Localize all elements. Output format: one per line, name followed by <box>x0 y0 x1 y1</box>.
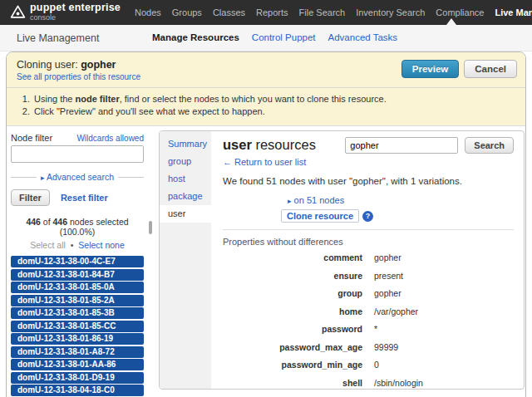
puppet-logo[interactable]: puppet enterprise console <box>10 2 121 22</box>
help-icon[interactable]: ? <box>362 211 373 222</box>
properties-table: commentgopherensurepresentgroupgopherhom… <box>223 252 514 390</box>
node-list-scrollbar[interactable] <box>149 221 152 234</box>
nav-item-label: Compliance <box>436 7 484 17</box>
logo-subtitle: console <box>30 14 121 22</box>
logo-title: puppet enterprise <box>30 2 121 13</box>
property-value: * <box>374 324 377 334</box>
advanced-search-link[interactable]: ▸ Advanced search <box>41 172 114 182</box>
node-list-item[interactable]: domU-12-31-38-01-84-B7 <box>11 269 144 281</box>
select-none-link[interactable]: Select none <box>78 240 124 250</box>
node-list-item[interactable]: domU-12-31-38-01-D9-19 <box>11 372 144 384</box>
property-row: password* <box>223 324 514 342</box>
property-name: shell <box>223 378 374 388</box>
clone-resource-button[interactable]: Clone resource <box>281 209 359 223</box>
sub-navbar: Live Management Manage ResourcesControl … <box>0 25 532 51</box>
nav-item-groups[interactable]: Groups <box>172 7 202 17</box>
nav-item-file-search[interactable]: File Search <box>299 7 346 17</box>
page-title: user resources <box>223 137 316 153</box>
resource-type-tabs: Summarygrouphostpackageuser <box>160 131 211 389</box>
instruction-number: 1. <box>17 93 30 105</box>
search-button[interactable]: Search <box>465 137 514 154</box>
divider-line <box>118 177 144 178</box>
nav-item-label: File Search <box>299 7 346 17</box>
instruction-text: Click "Preview" and you'll see what we e… <box>34 106 265 116</box>
nav-item-label: Reports <box>256 7 288 17</box>
property-value: gopher <box>374 288 401 298</box>
cloning-banner: Cloning user: gopher See all properties … <box>7 52 525 126</box>
tab-summary[interactable]: Summary <box>160 135 211 153</box>
node-filter-label: Node filter <box>11 133 52 143</box>
nav-item-label: Inventory Search <box>356 7 425 17</box>
triangle-right-icon: ▸ <box>41 174 45 182</box>
node-list-item[interactable]: domU-12-31-38-01-A8-72 <box>11 346 144 358</box>
nav-item-inventory-search[interactable]: Inventory Search <box>356 7 425 17</box>
section-title: Live Management <box>17 32 99 44</box>
property-row: ensurepresent <box>223 271 514 289</box>
search-result-summary: We found 51 nodes with user "gopher", wi… <box>223 176 514 186</box>
property-name: password_max_age <box>223 342 374 352</box>
node-list-item[interactable]: domU-12-31-38-01-85-3B <box>11 307 144 319</box>
nav-item-label: Classes <box>213 7 245 17</box>
back-arrow-icon: ← <box>223 157 232 167</box>
subnav-tab-advanced-tasks[interactable]: Advanced Tasks <box>328 32 398 42</box>
nav-item-label: Nodes <box>135 7 161 17</box>
instruction-text-bold: node filter <box>76 94 120 104</box>
node-list-item[interactable]: domU-12-31-38-04-18-C0 <box>11 385 144 396</box>
node-list-item[interactable]: domU-12-31-38-00-4C-E7 <box>11 256 144 267</box>
wildcards-allowed-link[interactable]: Wildcards allowed <box>76 134 144 143</box>
node-filter-sidebar: Node filter Wildcards allowed ▸ Advanced… <box>7 126 155 397</box>
property-row: password_min_age0 <box>223 360 514 378</box>
topnav-items: NodesGroupsClassesReportsFile SearchInve… <box>135 0 532 25</box>
bullet-separator: • <box>71 240 74 250</box>
property-value: /var/gopher <box>374 306 418 316</box>
property-value: gopher <box>374 252 401 262</box>
nav-item-live-management[interactable]: Live Management <box>495 7 532 17</box>
property-name: group <box>223 288 374 298</box>
tab-host[interactable]: host <box>160 170 211 188</box>
top-navbar: puppet enterprise console NodesGroupsCla… <box>0 0 532 25</box>
subnav-tab-control-puppet[interactable]: Control Puppet <box>252 32 316 42</box>
property-name: password_min_age <box>223 360 374 370</box>
nav-item-compliance[interactable]: Compliance <box>436 7 484 17</box>
property-row: groupgopher <box>223 288 514 306</box>
tab-user[interactable]: user <box>160 205 211 223</box>
filter-button[interactable]: Filter <box>11 189 50 206</box>
property-row: password_max_age99999 <box>223 342 514 360</box>
reset-filter-link[interactable]: Reset filter <box>61 193 108 203</box>
nodes-selected-summary: 446 of 446 nodes selected (100.0%) <box>11 217 144 237</box>
node-list-item[interactable]: domU-12-31-38-01-85-CC <box>11 321 144 332</box>
property-value: /sbin/nologin <box>374 378 423 388</box>
node-list-item[interactable]: domU-12-31-38-01-AA-86 <box>11 359 144 370</box>
return-to-user-list-link[interactable]: ← Return to user list <box>223 157 514 167</box>
node-filter-input[interactable] <box>11 145 144 163</box>
subnav-tab-manage-resources[interactable]: Manage Resources <box>152 32 239 42</box>
active-nav-pointer <box>446 18 456 25</box>
instruction-text: Using the <box>34 94 76 104</box>
property-value: present <box>374 271 403 281</box>
select-all-link[interactable]: Select all <box>30 240 66 250</box>
property-value: 0 <box>374 360 379 370</box>
on-nodes-link[interactable]: ▸ on 51 nodes <box>288 195 514 205</box>
nav-item-label: Live Management <box>495 7 532 17</box>
tab-package[interactable]: package <box>160 188 211 205</box>
nav-item-reports[interactable]: Reports <box>256 7 288 17</box>
property-row: shell/sbin/nologin <box>223 378 514 390</box>
subnav-tabs: Manage ResourcesControl PuppetAdvanced T… <box>152 32 397 42</box>
node-list-item[interactable]: domU-12-31-38-01-85-0A <box>11 282 144 293</box>
cloning-resource-name: gopher <box>81 59 116 71</box>
instruction-text: , find or select the nodes to which you … <box>120 94 387 104</box>
resource-search-input[interactable] <box>345 137 458 154</box>
preview-button[interactable]: Preview <box>401 60 459 78</box>
tab-group[interactable]: group <box>160 153 211 170</box>
properties-heading: Properties without differences <box>223 237 514 247</box>
instruction-item: 1.Using the node filter, find or select … <box>17 93 515 105</box>
nav-item-classes[interactable]: Classes <box>213 7 245 17</box>
node-list-item[interactable]: domU-12-31-38-01-86-19 <box>11 333 144 345</box>
divider-line <box>11 177 37 178</box>
nav-item-nodes[interactable]: Nodes <box>135 7 161 17</box>
node-list-item[interactable]: domU-12-31-38-01-85-2A <box>11 295 144 306</box>
property-value: 99999 <box>374 342 398 352</box>
cancel-button[interactable]: Cancel <box>464 60 517 78</box>
instruction-item: 2.Click "Preview" and you'll see what we… <box>17 105 515 118</box>
property-row: home/var/gopher <box>223 306 514 325</box>
